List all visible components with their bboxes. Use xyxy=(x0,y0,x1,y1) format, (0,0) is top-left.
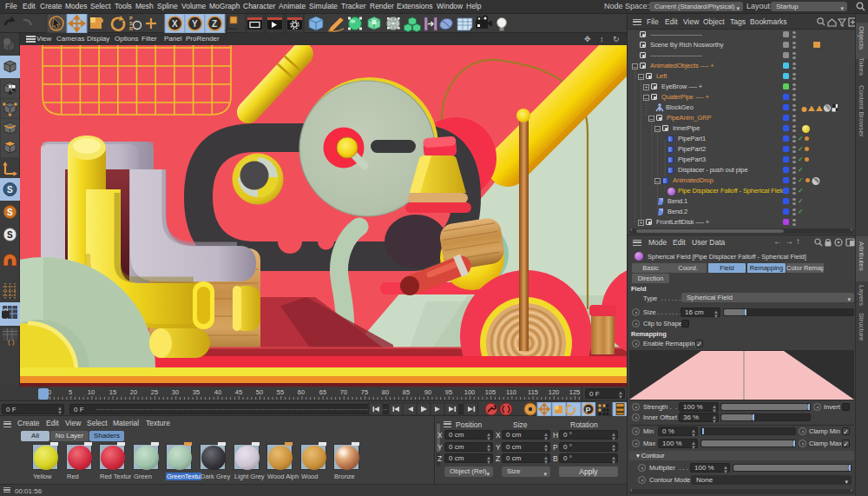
svg-text:S: S xyxy=(7,208,13,217)
svg-text:R: R xyxy=(129,26,133,31)
svg-text:( ): ( ) xyxy=(8,338,15,346)
svg-text:Z: Z xyxy=(212,19,217,29)
svg-text:X: X xyxy=(172,19,178,29)
svg-text:Y: Y xyxy=(192,19,198,29)
svg-text:S: S xyxy=(7,230,13,240)
svg-text:P: P xyxy=(586,406,591,414)
svg-text:S: S xyxy=(7,185,13,195)
